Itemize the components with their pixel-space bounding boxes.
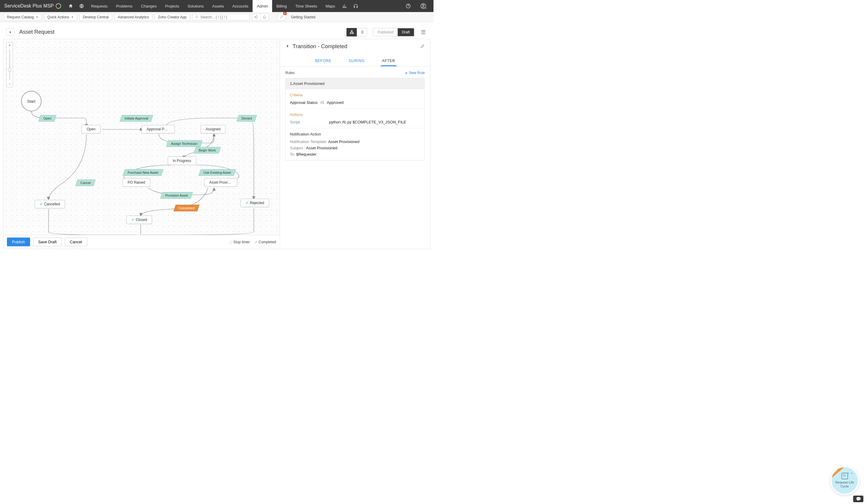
publish-button[interactable]: Publish	[7, 237, 30, 246]
cancel-button[interactable]: Cancel	[65, 237, 87, 246]
wf-trans-begin-work[interactable]: Begin Work	[194, 147, 221, 153]
svg-rect-7	[350, 33, 351, 34]
zoom-thumb[interactable]	[8, 68, 11, 71]
view-list-button[interactable]	[357, 28, 367, 36]
script-row: Script python rfc.py $COMPLETE_V3_JSON_F…	[290, 120, 420, 124]
nav-requests[interactable]: Requests	[87, 0, 112, 12]
page-menu-icon[interactable]: ☰	[419, 28, 427, 36]
topnav-items: Requests Problems Changes Projects Solut…	[87, 0, 340, 12]
wf-state-open[interactable]: Open	[82, 125, 100, 133]
tab-before[interactable]: BEFORE	[314, 56, 332, 66]
actions-label: Actions	[290, 112, 420, 117]
wf-state-cancelled[interactable]: ✓Cancelled	[35, 200, 65, 208]
nav-assets[interactable]: Assets	[208, 0, 228, 12]
to-value: $Requester	[296, 152, 317, 157]
view-diagram-button[interactable]	[346, 28, 357, 36]
nav-solutions[interactable]: Solutions	[183, 0, 208, 12]
quick-actions-button[interactable]: Quick Actions ▼	[44, 13, 77, 21]
wand-icon[interactable]	[277, 13, 286, 21]
wf-state-rejected[interactable]: ✓Rejected	[240, 199, 269, 207]
side-panel-tabs: BEFORE DURING AFTER	[280, 54, 430, 66]
wf-trans-completed-label: Completed	[179, 206, 194, 210]
nav-accounts[interactable]: Accounts	[228, 0, 253, 12]
announcement-icon[interactable]	[252, 13, 260, 21]
nav-changes[interactable]: Changes	[137, 0, 161, 12]
home-icon[interactable]	[65, 0, 76, 12]
wf-trans-purchase-new-asset[interactable]: Purchase New Asset	[122, 169, 163, 176]
side-panel: Transition - Completed BEFORE DURING AFT…	[280, 39, 430, 249]
chart-icon[interactable]	[339, 0, 350, 12]
svg-rect-5	[255, 16, 255, 18]
wf-state-approval-pending[interactable]: Approval Pend…	[141, 125, 175, 133]
caret-down-icon: ▼	[71, 16, 74, 19]
nav-maps[interactable]: Maps	[321, 0, 339, 12]
back-button[interactable]	[6, 28, 14, 36]
wf-start-label: Start	[27, 99, 35, 104]
rule-title[interactable]: 1.Asset Provisioned	[286, 78, 425, 89]
side-panel-back-button[interactable]	[286, 44, 290, 49]
page-title: Asset Request	[19, 29, 346, 35]
nav-time-sheets[interactable]: Time Sheets	[291, 0, 321, 12]
search-icon	[195, 15, 199, 19]
footer-status: ◌ Stop timer ✓ Completed	[229, 240, 276, 244]
search-box[interactable]	[192, 14, 249, 21]
nav-problems[interactable]: Problems	[112, 0, 137, 12]
side-panel-header: Transition - Completed	[280, 39, 430, 54]
new-rule-button[interactable]: New Rule	[405, 71, 425, 75]
status-published-button[interactable]: Published	[373, 28, 398, 36]
subtoolbar: Request Catalog ▼ Quick Actions ▼ Deskto…	[0, 12, 434, 22]
subject-key: Subject :	[290, 146, 305, 150]
wf-state-assigned[interactable]: Assigned	[201, 125, 225, 133]
status-draft-button[interactable]: Draft	[398, 28, 414, 36]
help-icon[interactable]	[403, 0, 414, 12]
script-key: Script	[290, 120, 329, 124]
svg-point-3	[422, 4, 424, 6]
globe-icon[interactable]	[76, 0, 87, 12]
brand-text: ServiceDesk Plus MSP	[4, 3, 54, 9]
stop-timer-indicator[interactable]: ◌ Stop timer	[229, 240, 250, 244]
wf-state-closed[interactable]: ✓Closed	[127, 216, 152, 224]
wf-state-asset-provisioned[interactable]: Asset Provisio…	[204, 178, 237, 187]
wf-state-po-raised[interactable]: PO Raised	[122, 178, 150, 187]
nav-projects[interactable]: Projects	[161, 0, 183, 12]
wf-trans-denied-label: Denied	[242, 117, 252, 120]
wf-trans-cancel-label: Cancel	[81, 181, 90, 184]
wf-trans-assign-technician[interactable]: Assign Technician	[166, 140, 202, 147]
desktop-central-button[interactable]: Desktop Central	[79, 13, 112, 21]
wf-trans-provision-asset[interactable]: Provision Asset	[160, 192, 193, 199]
wf-trans-initiate-approval[interactable]: Initiate Approval	[119, 115, 153, 122]
search-input[interactable]	[200, 15, 247, 19]
check-icon: ✓	[40, 202, 43, 206]
zoom-slider[interactable]	[9, 50, 10, 80]
request-catalog-label: Request Catalog	[7, 15, 34, 19]
top-nav: ServiceDesk Plus MSP Requests Problems C…	[0, 0, 434, 12]
save-draft-button[interactable]: Save Draft	[33, 237, 62, 246]
wf-trans-open[interactable]: Open	[38, 115, 56, 122]
check-icon: ✓	[255, 240, 258, 244]
request-catalog-button[interactable]: Request Catalog ▼	[3, 13, 42, 21]
to-key: To:	[290, 152, 295, 157]
edit-icon[interactable]	[420, 44, 425, 50]
wf-trans-denied[interactable]: Denied	[236, 115, 257, 122]
zoom-in-button[interactable]: +	[7, 42, 13, 49]
nav-billing[interactable]: Billing	[272, 0, 291, 12]
advanced-analytics-button[interactable]: Advanced Analytics	[114, 13, 152, 21]
tab-during[interactable]: DURING	[348, 56, 366, 66]
headset-icon[interactable]	[350, 0, 361, 12]
getting-started-button[interactable]: Getting Started	[288, 14, 319, 21]
workflow-canvas[interactable]: + −	[3, 39, 280, 249]
nav-admin[interactable]: Admin	[253, 0, 272, 12]
main: + −	[3, 39, 430, 249]
profile-icon[interactable]	[418, 0, 429, 12]
wf-trans-use-existing-asset[interactable]: Use Existing Asset	[199, 169, 236, 176]
zoho-creator-button[interactable]: Zoho Creator App	[155, 13, 190, 21]
wf-state-cancelled-label: Cancelled	[44, 202, 60, 206]
tab-after[interactable]: AFTER	[381, 56, 396, 66]
wf-trans-cancel[interactable]: Cancel	[75, 180, 95, 186]
wf-start-node[interactable]: Start	[21, 91, 42, 111]
new-rule-label: New Rule	[409, 71, 425, 75]
wf-trans-completed[interactable]: Completed	[173, 205, 199, 211]
bell-icon[interactable]	[260, 13, 269, 21]
zoom-out-button[interactable]: −	[7, 81, 13, 87]
wf-state-in-progress[interactable]: In Progress	[168, 157, 196, 165]
